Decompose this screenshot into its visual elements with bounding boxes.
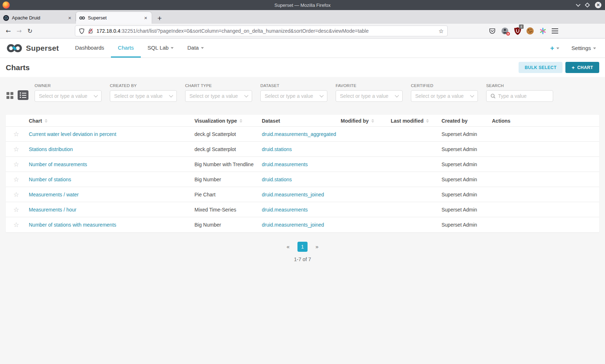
window-minimize-icon[interactable] [576, 2, 581, 7]
pocket-icon[interactable] [488, 27, 496, 35]
dataset-link[interactable]: druid.stations [262, 146, 292, 152]
url-text: 172.18.0.4:32251/chart/list/?pageIndex=0… [97, 28, 369, 34]
created-by-cell: Superset Admin [442, 172, 492, 187]
privacy-extension-icon[interactable] [501, 27, 509, 35]
page-header: Charts BULK SELECT + CHART [0, 58, 605, 77]
reload-button[interactable]: ↻ [24, 26, 35, 36]
nav-item-data[interactable]: Data [180, 38, 211, 58]
dataset-link[interactable]: druid.stations [262, 177, 292, 182]
chart-link[interactable]: Number of measurements [29, 161, 87, 167]
chart-link[interactable]: Measurements / hour [29, 207, 76, 213]
settings-menu[interactable]: Settings [572, 45, 596, 51]
ublock-icon[interactable]: 4 [514, 27, 521, 35]
dataset-select[interactable]: Select or type a value [260, 90, 327, 102]
firefox-logo-icon [3, 1, 10, 9]
dataset-link[interactable]: druid.measurements_aggregated [262, 131, 336, 137]
actions-cell [492, 217, 599, 232]
column-header-actions: Actions [492, 115, 599, 127]
url-rest: :32251/chart/list/?pageIndex=0&sortColum… [120, 28, 369, 34]
new-tab-button[interactable]: + [157, 14, 162, 22]
viz-type-cell: Big Number [194, 217, 262, 232]
charts-table: ChartVisualization typeDatasetModified b… [6, 115, 599, 232]
filter-label: SEARCH [486, 83, 553, 88]
shield-icon[interactable] [79, 28, 85, 34]
dataset-link[interactable]: druid.measurements [262, 207, 308, 213]
chart-link[interactable]: Measurements / water [29, 192, 79, 197]
chevron-down-icon [171, 47, 174, 49]
column-header-last-modified[interactable]: Last modified [391, 115, 442, 127]
nav-item-dashboards[interactable]: Dashboards [68, 38, 111, 58]
screen: Superset — Mozilla Firefox ✕ Apache Drui… [0, 0, 605, 364]
favorite-star-icon[interactable]: ☆ [13, 130, 19, 138]
cookie-icon[interactable] [526, 27, 534, 35]
column-header-created-by: Created by [442, 115, 492, 127]
table-header-row: ChartVisualization typeDatasetModified b… [6, 115, 599, 127]
table-view-toggle[interactable] [18, 90, 28, 100]
url-bar[interactable]: 172.18.0.4:32251/chart/list/?pageIndex=0… [75, 26, 448, 36]
favorite-star-icon[interactable]: ☆ [13, 145, 19, 153]
tab-close-icon[interactable]: × [143, 15, 148, 21]
dataset-link[interactable]: druid.measurements_joined [262, 192, 324, 197]
favorite-star-icon[interactable]: ☆ [13, 191, 19, 198]
column-header-modified-by[interactable]: Modified by [341, 115, 391, 127]
chevron-down-icon [470, 93, 474, 97]
insecure-lock-icon[interactable] [88, 28, 93, 34]
tab-apache-druid[interactable]: Apache Druid × [0, 12, 76, 24]
sort-icon[interactable] [239, 119, 242, 123]
favorite-star-icon[interactable]: ☆ [13, 206, 19, 213]
viz-type-cell: Pie Chart [194, 187, 262, 202]
actions-cell [492, 172, 599, 187]
add-chart-button[interactable]: + CHART [565, 62, 599, 73]
filter-created-by: CREATED BY Select or type a value [110, 83, 177, 102]
chart-link[interactable]: Stations distribution [29, 146, 73, 152]
favorite-select[interactable]: Select or type a value [336, 90, 403, 102]
favorite-star-icon[interactable]: ☆ [13, 160, 19, 168]
menu-icon[interactable] [552, 28, 558, 33]
chart-link[interactable]: Current water level deviation in percent [29, 131, 116, 137]
new-item-menu[interactable]: + [550, 44, 559, 52]
search-icon [490, 94, 496, 99]
window-close-icon[interactable]: ✕ [595, 2, 601, 8]
row-count-summary: 1-7 of 7 [0, 256, 605, 262]
column-header-label: Modified by [341, 118, 369, 124]
sort-icon[interactable] [371, 119, 374, 123]
chart-link[interactable]: Number of stations [29, 177, 71, 182]
dataset-link[interactable]: druid.measurements [262, 161, 308, 167]
page-1-button[interactable]: 1 [297, 242, 308, 252]
created-by-cell: Superset Admin [442, 202, 492, 217]
window-maximize-icon[interactable] [585, 3, 590, 8]
chart-link[interactable]: Number of stations with measurements [29, 222, 116, 228]
created-by-cell: Superset Admin [442, 142, 492, 157]
tab-superset[interactable]: Superset × [76, 12, 152, 24]
column-header-dataset: Dataset [262, 115, 341, 127]
next-page-button[interactable]: » [315, 244, 318, 250]
table-row: ☆ Measurements / hour Mixed Time-Series … [6, 202, 599, 217]
owner-select[interactable]: Select or type a value [35, 90, 102, 102]
back-button[interactable]: ← [3, 26, 14, 36]
tab-close-icon[interactable]: × [67, 15, 72, 21]
chart-type-select[interactable]: Select or type a value [185, 90, 252, 102]
search-input[interactable]: Type a value [486, 90, 553, 102]
forward-button[interactable]: → [14, 26, 24, 36]
sort-icon[interactable] [426, 119, 429, 123]
filter-chart-type: CHART TYPE Select or type a value [185, 83, 252, 102]
table-row: ☆ Number of measurements Big Number with… [6, 157, 599, 172]
favorite-star-icon[interactable]: ☆ [13, 176, 19, 183]
sparkle-extension-icon[interactable] [539, 27, 547, 35]
sort-icon[interactable] [45, 119, 48, 123]
nav-item-charts[interactable]: Charts [111, 38, 140, 58]
superset-logo[interactable]: Superset [6, 43, 59, 54]
certified-select[interactable]: Select or type a value [411, 90, 478, 102]
favorite-star-icon[interactable]: ☆ [13, 221, 19, 228]
column-header-visualization-type[interactable]: Visualization type [194, 115, 262, 127]
created-by-cell: Superset Admin [442, 217, 492, 232]
actions-cell [492, 202, 599, 217]
prev-page-button[interactable]: « [287, 244, 290, 250]
bulk-select-button[interactable]: BULK SELECT [519, 62, 563, 73]
nav-item-sql-lab[interactable]: SQL Lab [141, 38, 181, 58]
created-by-select[interactable]: Select or type a value [110, 90, 177, 102]
column-header-chart[interactable]: Chart [29, 115, 194, 127]
card-view-toggle[interactable] [6, 91, 14, 99]
dataset-link[interactable]: druid.measurements_joined [262, 222, 324, 228]
bookmark-star-icon[interactable]: ☆ [439, 28, 444, 35]
